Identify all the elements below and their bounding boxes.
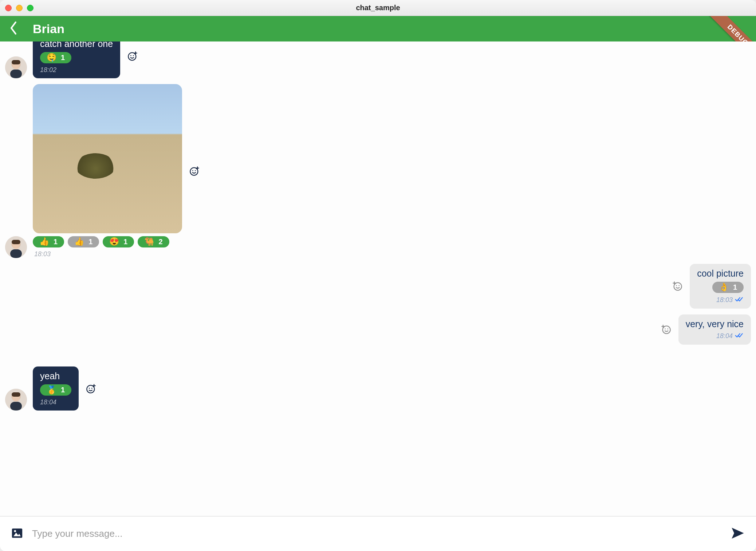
reaction-count: 1 bbox=[61, 386, 65, 394]
message-row: cool picture 👌 1 18:03 bbox=[5, 264, 751, 309]
reaction-count: 1 bbox=[88, 238, 92, 246]
reaction-emoji-icon: 🤤 bbox=[47, 53, 56, 62]
reaction-emoji-icon: 🥇 bbox=[47, 386, 56, 394]
svg-point-32 bbox=[14, 530, 16, 532]
message-bubble[interactable]: cool picture 👌 1 18:03 bbox=[690, 264, 751, 309]
svg-rect-12 bbox=[12, 240, 20, 244]
app-bar: Brian bbox=[0, 16, 756, 41]
attach-image-button[interactable] bbox=[11, 527, 23, 541]
message-timestamp: 18:03 bbox=[34, 250, 51, 258]
svg-point-6 bbox=[130, 55, 131, 56]
add-reaction-button[interactable] bbox=[659, 323, 673, 336]
message-text: catch another one bbox=[40, 41, 113, 49]
reaction-emoji-icon: 👌 bbox=[719, 283, 729, 291]
reaction-pill[interactable]: 👌 1 bbox=[712, 282, 744, 293]
reaction-count: 1 bbox=[123, 238, 127, 246]
message-timestamp: 18:02 bbox=[40, 66, 56, 74]
reaction-count: 1 bbox=[733, 283, 737, 292]
message-timestamp: 18:03 bbox=[716, 296, 733, 304]
send-button[interactable] bbox=[731, 526, 745, 542]
reaction-emoji-icon: 👍 bbox=[74, 238, 84, 246]
svg-rect-24 bbox=[10, 402, 22, 411]
svg-point-20 bbox=[667, 329, 668, 330]
svg-rect-26 bbox=[12, 392, 20, 397]
reaction-pill[interactable]: 😍 1 bbox=[103, 236, 134, 247]
svg-rect-10 bbox=[10, 249, 22, 258]
back-button[interactable] bbox=[9, 21, 18, 37]
svg-rect-4 bbox=[12, 60, 20, 64]
reaction-emoji-icon: 😍 bbox=[109, 238, 119, 246]
avatar[interactable] bbox=[5, 56, 27, 78]
message-row: very, very nice 18:04 bbox=[5, 314, 751, 345]
svg-point-19 bbox=[662, 326, 670, 334]
reaction-pill[interactable]: 🐫 2 bbox=[138, 236, 169, 247]
message-timestamp: 18:04 bbox=[716, 332, 733, 340]
svg-point-7 bbox=[133, 55, 134, 56]
message-row: yeah 🥇 1 18:04 bbox=[5, 366, 751, 411]
image-message-bubble[interactable]: 👍 1 👍 1 😍 1 🐫 2 18:03 bbox=[33, 84, 182, 258]
window-titlebar: chat_sample bbox=[0, 0, 756, 16]
add-reaction-button[interactable] bbox=[188, 164, 201, 178]
read-receipt-icon bbox=[735, 332, 744, 340]
message-row: 👍 1 👍 1 😍 1 🐫 2 18:03 bbox=[5, 84, 751, 258]
reaction-emoji-icon: 🐫 bbox=[144, 238, 154, 246]
svg-point-14 bbox=[192, 170, 193, 171]
message-input[interactable] bbox=[32, 528, 722, 539]
message-row: catch another one 🤤 1 18:02 bbox=[5, 41, 751, 78]
reaction-count: 2 bbox=[158, 238, 162, 246]
svg-point-13 bbox=[190, 167, 198, 175]
message-bubble[interactable]: very, very nice 18:04 bbox=[678, 314, 751, 345]
message-bubble[interactable]: catch another one 🤤 1 18:02 bbox=[33, 41, 120, 78]
reaction-emoji-icon: 👍 bbox=[39, 238, 49, 246]
svg-point-5 bbox=[128, 53, 136, 60]
add-reaction-button[interactable] bbox=[84, 382, 98, 395]
message-list[interactable]: catch another one 🤤 1 18:02 👍 bbox=[0, 41, 756, 516]
svg-point-16 bbox=[674, 283, 682, 290]
contact-name: Brian bbox=[33, 22, 64, 36]
svg-point-27 bbox=[87, 385, 94, 393]
message-text: cool picture bbox=[697, 268, 744, 279]
message-bubble[interactable]: yeah 🥇 1 18:04 bbox=[33, 366, 79, 411]
read-receipt-icon bbox=[735, 296, 744, 304]
reaction-count: 1 bbox=[54, 238, 58, 246]
window-title: chat_sample bbox=[0, 4, 756, 12]
svg-rect-2 bbox=[10, 70, 22, 78]
avatar[interactable] bbox=[5, 236, 27, 258]
reaction-pill[interactable]: 🥇 1 bbox=[40, 384, 71, 396]
reaction-pill[interactable]: 👍 1 bbox=[68, 236, 99, 247]
add-reaction-button[interactable] bbox=[671, 280, 684, 293]
svg-point-15 bbox=[195, 170, 196, 171]
message-text: yeah bbox=[40, 371, 71, 381]
svg-rect-30 bbox=[12, 528, 22, 538]
svg-marker-33 bbox=[732, 528, 744, 539]
avatar[interactable] bbox=[5, 389, 27, 411]
add-reaction-button[interactable] bbox=[126, 49, 139, 63]
message-image[interactable] bbox=[33, 84, 182, 233]
svg-point-29 bbox=[91, 388, 92, 389]
reaction-pill[interactable]: 🤤 1 bbox=[40, 52, 71, 63]
svg-point-28 bbox=[89, 388, 90, 389]
message-text: very, very nice bbox=[686, 319, 744, 329]
svg-point-17 bbox=[678, 285, 680, 286]
reaction-pill[interactable]: 👍 1 bbox=[33, 236, 64, 247]
composer bbox=[0, 516, 756, 551]
svg-point-18 bbox=[676, 285, 677, 286]
reaction-count: 1 bbox=[61, 53, 65, 62]
message-timestamp: 18:04 bbox=[40, 399, 56, 406]
svg-point-21 bbox=[665, 329, 666, 330]
